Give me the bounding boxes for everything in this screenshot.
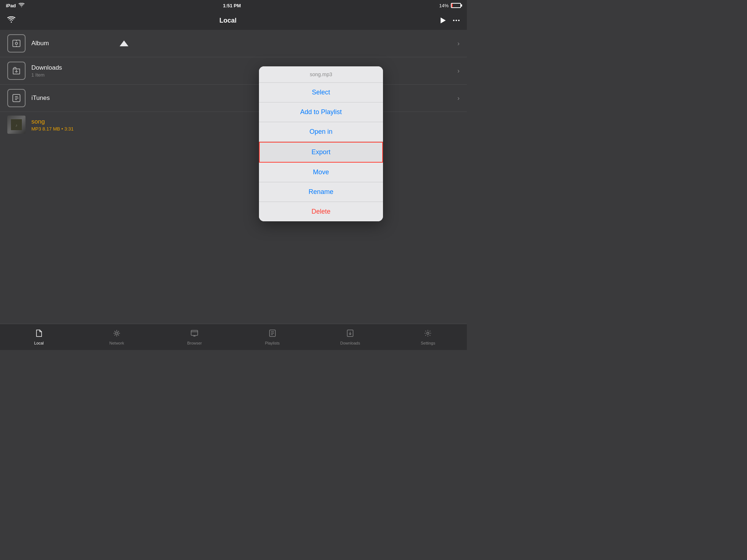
- battery-icon: [451, 3, 461, 8]
- song-info: song MP3 8.17 MB • 3:31: [31, 118, 460, 132]
- main-content: Album › Downloads 1 Item › iTunes: [0, 30, 467, 324]
- header: Local: [0, 11, 467, 30]
- tab-downloads[interactable]: Downloads: [311, 326, 389, 348]
- tab-local[interactable]: Local: [0, 326, 78, 348]
- svg-point-5: [116, 332, 118, 334]
- downloads-folder-icon: [7, 62, 26, 80]
- context-menu-select[interactable]: Select: [259, 83, 383, 102]
- list-item-downloads[interactable]: Downloads 1 Item ›: [0, 57, 467, 85]
- itunes-title: iTunes: [31, 94, 457, 102]
- status-bar: iPad 1:51 PM 14%: [0, 0, 467, 11]
- tab-network-label: Network: [109, 341, 124, 345]
- tab-settings-label: Settings: [421, 341, 435, 345]
- play-button[interactable]: [441, 18, 446, 23]
- song-art: ♪: [7, 116, 26, 134]
- tab-downloads-label: Downloads: [340, 341, 360, 345]
- callout-arrow: [120, 40, 128, 46]
- downloads-tab-icon: [346, 329, 354, 339]
- wifi-status-icon: [19, 3, 24, 8]
- album-text: Album: [31, 40, 457, 47]
- itunes-chevron: ›: [457, 94, 460, 102]
- context-menu-move[interactable]: Move: [259, 163, 383, 182]
- tab-playlists[interactable]: Playlists: [233, 326, 311, 348]
- list-item-album[interactable]: Album ›: [0, 30, 467, 57]
- downloads-title: Downloads: [31, 64, 457, 71]
- album-chevron: ›: [457, 40, 460, 47]
- downloads-text: Downloads 1 Item: [31, 64, 457, 78]
- itunes-icon: [7, 89, 26, 107]
- tab-browser[interactable]: Browser: [156, 326, 233, 348]
- itunes-text: iTunes: [31, 94, 457, 102]
- battery-percent: 14%: [439, 3, 449, 8]
- list-item-itunes[interactable]: iTunes ›: [0, 85, 467, 112]
- context-menu-add-to-playlist[interactable]: Add to Playlist: [259, 102, 383, 122]
- status-left: iPad: [6, 3, 24, 8]
- browser-tab-icon: [190, 329, 198, 339]
- status-right: 14%: [439, 3, 461, 8]
- tab-bar: Local Network Browser Play: [0, 324, 467, 350]
- svg-point-9: [427, 332, 429, 334]
- battery-fill: [452, 4, 453, 7]
- page-title: Local: [219, 17, 236, 24]
- context-menu: song.mp3 Select Add to Playlist Open in …: [259, 66, 383, 221]
- status-time: 1:51 PM: [223, 3, 241, 8]
- svg-rect-6: [191, 330, 198, 335]
- downloads-chevron: ›: [457, 67, 460, 75]
- album-icon: [7, 34, 26, 52]
- svg-point-1: [15, 42, 18, 44]
- song-title: song: [31, 118, 460, 125]
- device-label: iPad: [6, 3, 16, 8]
- svg-text:♪: ♪: [16, 123, 18, 127]
- network-tab-icon: [113, 329, 121, 339]
- tab-network[interactable]: Network: [78, 326, 155, 348]
- album-title: Album: [31, 40, 457, 47]
- tab-settings[interactable]: Settings: [389, 326, 467, 348]
- song-item[interactable]: ♪ song MP3 8.17 MB • 3:31: [0, 112, 467, 137]
- settings-tab-icon: [424, 329, 432, 339]
- tab-browser-label: Browser: [187, 341, 202, 345]
- context-menu-delete[interactable]: Delete: [259, 202, 383, 221]
- downloads-subtitle: 1 Item: [31, 72, 457, 78]
- song-meta: MP3 8.17 MB • 3:31: [31, 126, 460, 132]
- tab-local-label: Local: [34, 341, 44, 345]
- context-menu-filename: song.mp3: [259, 66, 383, 83]
- context-menu-rename[interactable]: Rename: [259, 182, 383, 202]
- more-menu-button[interactable]: [453, 20, 460, 21]
- tab-playlists-label: Playlists: [265, 341, 279, 345]
- playlists-tab-icon: [268, 329, 276, 339]
- song-thumbnail: ♪: [7, 116, 26, 134]
- header-actions: [441, 18, 460, 23]
- context-menu-open-in[interactable]: Open in: [259, 122, 383, 142]
- header-wifi-icon: [7, 16, 15, 24]
- local-tab-icon: [35, 329, 43, 339]
- context-menu-export[interactable]: Export: [259, 142, 383, 163]
